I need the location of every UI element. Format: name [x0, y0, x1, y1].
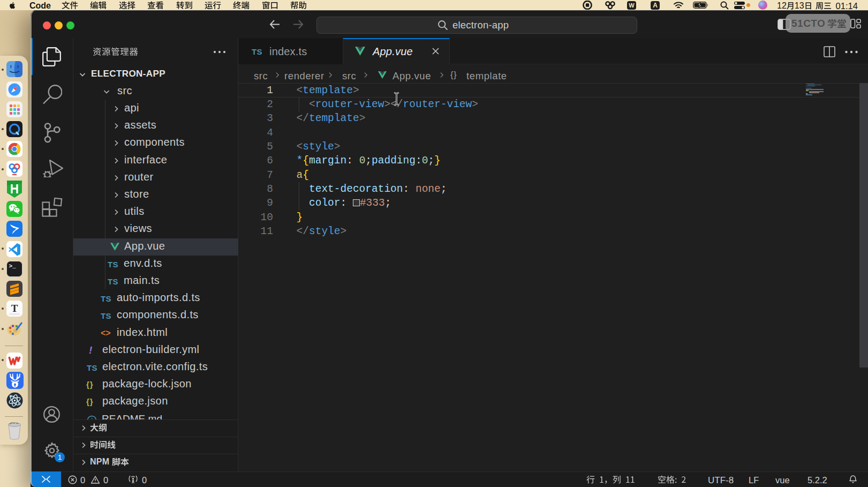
svg-text:>_: >_ — [9, 263, 17, 269]
svg-text:T: T — [11, 303, 18, 314]
